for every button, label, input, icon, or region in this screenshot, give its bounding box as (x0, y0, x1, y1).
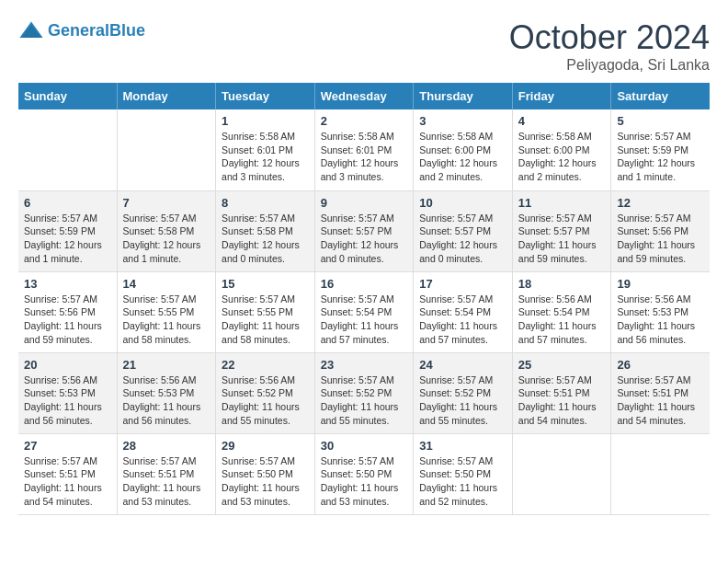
col-header-wednesday: Wednesday (314, 83, 414, 109)
calendar-cell: 1Sunrise: 5:58 AM Sunset: 6:01 PM Daylig… (216, 109, 315, 190)
day-number: 14 (123, 277, 210, 291)
day-info: Sunrise: 5:58 AM Sunset: 6:00 PM Dayligh… (419, 130, 506, 184)
day-number: 26 (617, 358, 704, 372)
calendar-cell: 9Sunrise: 5:57 AM Sunset: 5:57 PM Daylig… (314, 190, 414, 271)
day-info: Sunrise: 5:57 AM Sunset: 5:58 PM Dayligh… (123, 212, 210, 266)
day-number: 4 (518, 114, 606, 128)
day-info: Sunrise: 5:57 AM Sunset: 5:54 PM Dayligh… (419, 293, 506, 347)
calendar-cell: 30Sunrise: 5:57 AM Sunset: 5:50 PM Dayli… (314, 433, 414, 514)
calendar-cell: 13Sunrise: 5:57 AM Sunset: 5:56 PM Dayli… (18, 271, 117, 352)
day-number: 20 (24, 358, 111, 372)
day-number: 29 (222, 439, 309, 453)
day-info: Sunrise: 5:58 AM Sunset: 6:01 PM Dayligh… (222, 130, 309, 184)
col-header-saturday: Saturday (611, 83, 710, 109)
day-info: Sunrise: 5:58 AM Sunset: 6:01 PM Dayligh… (321, 130, 408, 184)
col-header-sunday: Sunday (18, 83, 117, 109)
day-number: 24 (419, 358, 506, 372)
logo-line2: Blue (109, 21, 145, 40)
calendar-table: SundayMondayTuesdayWednesdayThursdayFrid… (18, 83, 710, 515)
day-info: Sunrise: 5:57 AM Sunset: 5:59 PM Dayligh… (24, 212, 111, 266)
calendar-cell: 11Sunrise: 5:57 AM Sunset: 5:57 PM Dayli… (512, 190, 611, 271)
calendar-cell: 24Sunrise: 5:57 AM Sunset: 5:52 PM Dayli… (414, 352, 513, 433)
day-number: 21 (123, 358, 210, 372)
calendar-cell: 3Sunrise: 5:58 AM Sunset: 6:00 PM Daylig… (414, 109, 513, 190)
calendar-cell (611, 433, 710, 514)
week-row-5: 27Sunrise: 5:57 AM Sunset: 5:51 PM Dayli… (18, 433, 710, 514)
calendar-cell: 31Sunrise: 5:57 AM Sunset: 5:50 PM Dayli… (414, 433, 513, 514)
calendar-cell (117, 109, 216, 190)
day-info: Sunrise: 5:57 AM Sunset: 5:59 PM Dayligh… (617, 130, 704, 184)
day-number: 25 (518, 358, 606, 372)
title-section: October 2024 Peliyagoda, Sri Lanka (509, 18, 710, 74)
calendar-cell: 28Sunrise: 5:57 AM Sunset: 5:51 PM Dayli… (117, 433, 216, 514)
calendar-cell: 25Sunrise: 5:57 AM Sunset: 5:51 PM Dayli… (512, 352, 611, 433)
calendar-cell: 10Sunrise: 5:57 AM Sunset: 5:57 PM Dayli… (414, 190, 513, 271)
day-number: 1 (222, 114, 309, 128)
calendar-cell: 18Sunrise: 5:56 AM Sunset: 5:54 PM Dayli… (512, 271, 611, 352)
day-number: 13 (24, 277, 111, 291)
calendar-cell: 29Sunrise: 5:57 AM Sunset: 5:50 PM Dayli… (216, 433, 315, 514)
day-number: 8 (222, 196, 309, 210)
day-info: Sunrise: 5:57 AM Sunset: 5:50 PM Dayligh… (419, 454, 506, 509)
week-row-1: 1Sunrise: 5:58 AM Sunset: 6:01 PM Daylig… (18, 109, 710, 190)
day-info: Sunrise: 5:57 AM Sunset: 5:58 PM Dayligh… (222, 212, 309, 266)
day-info: Sunrise: 5:57 AM Sunset: 5:55 PM Dayligh… (222, 293, 309, 347)
day-info: Sunrise: 5:57 AM Sunset: 5:51 PM Dayligh… (24, 454, 111, 509)
calendar-cell: 23Sunrise: 5:57 AM Sunset: 5:52 PM Dayli… (314, 352, 414, 433)
day-info: Sunrise: 5:56 AM Sunset: 5:52 PM Dayligh… (222, 373, 309, 428)
day-number: 19 (617, 277, 704, 291)
day-number: 2 (321, 114, 408, 128)
day-number: 3 (419, 114, 506, 128)
day-number: 22 (222, 358, 309, 372)
day-number: 15 (222, 277, 309, 291)
day-number: 17 (419, 277, 506, 291)
week-row-4: 20Sunrise: 5:56 AM Sunset: 5:53 PM Dayli… (18, 352, 710, 433)
calendar-cell: 15Sunrise: 5:57 AM Sunset: 5:55 PM Dayli… (216, 271, 315, 352)
calendar-cell: 27Sunrise: 5:57 AM Sunset: 5:51 PM Dayli… (18, 433, 117, 514)
col-header-friday: Friday (512, 83, 611, 109)
day-number: 5 (617, 114, 704, 128)
calendar-cell: 20Sunrise: 5:56 AM Sunset: 5:53 PM Dayli… (18, 352, 117, 433)
day-number: 30 (321, 439, 408, 453)
day-info: Sunrise: 5:57 AM Sunset: 5:56 PM Dayligh… (617, 212, 704, 266)
day-info: Sunrise: 5:56 AM Sunset: 5:53 PM Dayligh… (123, 373, 210, 428)
day-number: 9 (321, 196, 408, 210)
day-info: Sunrise: 5:57 AM Sunset: 5:56 PM Dayligh… (24, 293, 111, 347)
day-info: Sunrise: 5:56 AM Sunset: 5:53 PM Dayligh… (24, 373, 111, 428)
header-row: SundayMondayTuesdayWednesdayThursdayFrid… (18, 83, 710, 109)
calendar-cell: 14Sunrise: 5:57 AM Sunset: 5:55 PM Dayli… (117, 271, 216, 352)
day-number: 23 (321, 358, 408, 372)
day-number: 16 (321, 277, 408, 291)
day-number: 12 (617, 196, 704, 210)
location: Peliyagoda, Sri Lanka (509, 57, 710, 74)
calendar-cell: 17Sunrise: 5:57 AM Sunset: 5:54 PM Dayli… (414, 271, 513, 352)
day-number: 11 (518, 196, 606, 210)
logo-line1: General (48, 21, 109, 40)
calendar-cell: 22Sunrise: 5:56 AM Sunset: 5:52 PM Dayli… (216, 352, 315, 433)
day-info: Sunrise: 5:57 AM Sunset: 5:57 PM Dayligh… (419, 212, 506, 266)
day-number: 10 (419, 196, 506, 210)
calendar-cell: 21Sunrise: 5:56 AM Sunset: 5:53 PM Dayli… (117, 352, 216, 433)
calendar-cell: 26Sunrise: 5:57 AM Sunset: 5:51 PM Dayli… (611, 352, 710, 433)
week-row-3: 13Sunrise: 5:57 AM Sunset: 5:56 PM Dayli… (18, 271, 710, 352)
day-info: Sunrise: 5:56 AM Sunset: 5:53 PM Dayligh… (617, 293, 704, 347)
day-number: 31 (419, 439, 506, 453)
day-info: Sunrise: 5:57 AM Sunset: 5:50 PM Dayligh… (321, 454, 408, 509)
calendar-header: SundayMondayTuesdayWednesdayThursdayFrid… (18, 83, 710, 109)
day-info: Sunrise: 5:57 AM Sunset: 5:57 PM Dayligh… (321, 212, 408, 266)
col-header-tuesday: Tuesday (216, 83, 315, 109)
day-info: Sunrise: 5:57 AM Sunset: 5:51 PM Dayligh… (518, 373, 606, 428)
week-row-2: 6Sunrise: 5:57 AM Sunset: 5:59 PM Daylig… (18, 190, 710, 271)
day-number: 28 (123, 439, 210, 453)
day-info: Sunrise: 5:57 AM Sunset: 5:54 PM Dayligh… (321, 293, 408, 347)
calendar-cell: 2Sunrise: 5:58 AM Sunset: 6:01 PM Daylig… (314, 109, 414, 190)
calendar-cell: 4Sunrise: 5:58 AM Sunset: 6:00 PM Daylig… (512, 109, 611, 190)
day-number: 18 (518, 277, 606, 291)
month-title: October 2024 (509, 18, 710, 57)
calendar-cell (18, 109, 117, 190)
col-header-monday: Monday (117, 83, 216, 109)
day-number: 7 (123, 196, 210, 210)
calendar-cell: 6Sunrise: 5:57 AM Sunset: 5:59 PM Daylig… (18, 190, 117, 271)
day-number: 27 (24, 439, 111, 453)
day-info: Sunrise: 5:57 AM Sunset: 5:57 PM Dayligh… (518, 212, 606, 266)
